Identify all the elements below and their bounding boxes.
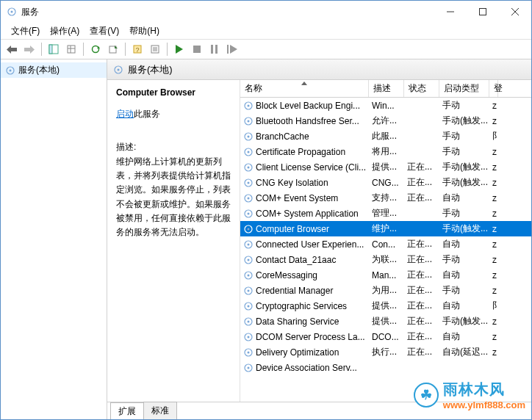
svg-text:?: ?: [135, 46, 139, 54]
console-tree[interactable]: 服务(本地): [1, 59, 107, 419]
start-service-link[interactable]: 启动: [116, 109, 134, 119]
cell-startup: 自动: [439, 238, 489, 250]
cell-description: 提供...: [369, 300, 404, 312]
refresh-button[interactable]: [87, 41, 104, 57]
service-icon: [243, 270, 254, 280]
service-row[interactable]: Delivery Optimization执行...正在...自动(延迟...z: [240, 344, 531, 360]
service-row[interactable]: Cryptographic Services提供...正在...自动阝: [240, 298, 531, 314]
service-icon: [243, 286, 254, 296]
cell-logon: z: [489, 347, 498, 358]
service-row[interactable]: COM+ System Application管理...手动z: [240, 206, 531, 221]
service-row[interactable]: Block Level Backup Engi...Win...手动z: [240, 98, 531, 113]
cell-startup: 自动: [439, 330, 489, 343]
service-icon: [243, 332, 254, 342]
column-name[interactable]: 名称: [240, 80, 369, 97]
cell-description: 允许...: [369, 115, 404, 127]
service-row[interactable]: CNG Key IsolationCNG...正在...手动(触发...z: [240, 175, 531, 190]
restart-service-button[interactable]: [224, 41, 240, 57]
svg-point-50: [248, 228, 250, 230]
separator: [83, 43, 84, 56]
cell-description: 提供...: [369, 315, 404, 327]
cell-startup: 手动: [439, 253, 489, 266]
export-list-button[interactable]: [105, 41, 121, 57]
column-description[interactable]: 描述: [369, 80, 404, 97]
cell-description: 管理...: [369, 207, 404, 220]
svg-point-66: [248, 351, 250, 353]
cell-description: 执行...: [369, 346, 404, 358]
show-hide-tree-button[interactable]: [46, 41, 62, 57]
column-logon[interactable]: 登: [489, 80, 498, 97]
selected-service-title: Computer Browser: [116, 87, 231, 98]
svg-point-40: [248, 151, 250, 153]
export-button[interactable]: [63, 41, 79, 57]
service-rows[interactable]: Block Level Backup Engi...Win...手动zBluet…: [240, 98, 531, 402]
menu-help[interactable]: 帮助(H): [125, 23, 164, 39]
cell-name: COM+ System Application: [240, 209, 369, 219]
svg-point-60: [248, 305, 250, 307]
cell-status: 正在...: [404, 176, 439, 189]
cell-startup: 手动(触发...: [439, 315, 489, 327]
cell-logon: z: [489, 239, 498, 250]
cell-name: BranchCache: [240, 131, 369, 142]
service-row[interactable]: Contact Data_21aac为联...正在...手动z: [240, 252, 531, 267]
service-row[interactable]: Computer Browser维护...手动(触发...z: [240, 221, 531, 236]
svg-rect-24: [193, 46, 201, 53]
cell-startup: 手动(触发...: [439, 161, 489, 173]
service-row[interactable]: CoreMessagingMan...正在...自动z: [240, 267, 531, 283]
menu-action[interactable]: 操作(A): [46, 23, 84, 39]
service-icon: [243, 209, 254, 219]
cell-startup: 自动: [439, 269, 489, 281]
svg-point-44: [248, 181, 250, 184]
svg-rect-3: [480, 9, 486, 15]
cell-startup: 手动(触发...: [439, 176, 489, 189]
back-button[interactable]: [4, 41, 20, 57]
service-row[interactable]: Data Sharing Service提供...正在...手动(触发...z: [240, 314, 531, 329]
cell-name: Bluetooth Handsfree Ser...: [240, 116, 369, 126]
cell-name: Block Level Backup Engi...: [240, 101, 369, 111]
service-row[interactable]: DCOM Server Process La...DCO...正在...自动z: [240, 329, 531, 344]
start-service-button[interactable]: [171, 41, 187, 57]
column-status[interactable]: 状态: [404, 80, 439, 97]
svg-point-52: [248, 243, 250, 245]
service-icon: [243, 363, 254, 373]
cell-logon: 阝: [489, 130, 498, 142]
service-icon: [243, 147, 254, 157]
pause-service-button[interactable]: [206, 41, 223, 57]
tab-extended[interactable]: 扩展: [110, 402, 144, 420]
menu-view[interactable]: 查看(V): [85, 23, 123, 39]
cell-startup: 自动: [439, 192, 489, 204]
services-icon: [113, 65, 123, 75]
service-row[interactable]: Certificate Propagation将用...手动z: [240, 144, 531, 159]
svg-point-36: [248, 120, 250, 122]
column-startup-type[interactable]: 启动类型: [439, 80, 489, 97]
cell-description: DCO...: [369, 332, 404, 342]
stop-service-button[interactable]: [189, 41, 205, 57]
service-icon: [243, 131, 254, 142]
cell-logon: z: [489, 209, 498, 219]
minimize-button[interactable]: [434, 1, 467, 23]
maximize-button[interactable]: [467, 1, 499, 23]
service-row[interactable]: Credential Manager为用...正在...手动z: [240, 283, 531, 298]
tab-standard[interactable]: 标准: [143, 402, 177, 419]
watermark-logo-icon: ☘: [414, 383, 439, 408]
service-row[interactable]: Device Association Serv...: [240, 360, 531, 375]
panel-header: 服务(本地): [107, 59, 531, 80]
service-row[interactable]: Connected User Experien...Con...正在...自动z: [240, 236, 531, 252]
close-button[interactable]: [499, 1, 531, 23]
service-row[interactable]: Bluetooth Handsfree Ser...允许...手动(触发...z: [240, 113, 531, 128]
properties-button[interactable]: [147, 41, 163, 57]
main-area: 服务(本地) 服务(本地) Computer Browser 启动此服务 描述:…: [1, 59, 531, 419]
toolbar: ?: [1, 39, 531, 59]
menu-file[interactable]: 文件(F): [7, 23, 44, 39]
service-row[interactable]: Client License Service (Cli...提供...正在...…: [240, 159, 531, 175]
app-icon: [7, 7, 17, 17]
service-row[interactable]: BranchCache此服...手动阝: [240, 128, 531, 144]
cell-description: Win...: [369, 101, 404, 111]
forward-button[interactable]: [21, 41, 37, 57]
cell-logon: z: [489, 224, 498, 234]
help-button[interactable]: ?: [129, 41, 145, 57]
svg-point-64: [248, 336, 250, 338]
service-row[interactable]: COM+ Event System支持...正在...自动z: [240, 190, 531, 206]
cell-description: Con...: [369, 239, 404, 250]
tree-node-services-local[interactable]: 服务(本地): [1, 62, 107, 78]
